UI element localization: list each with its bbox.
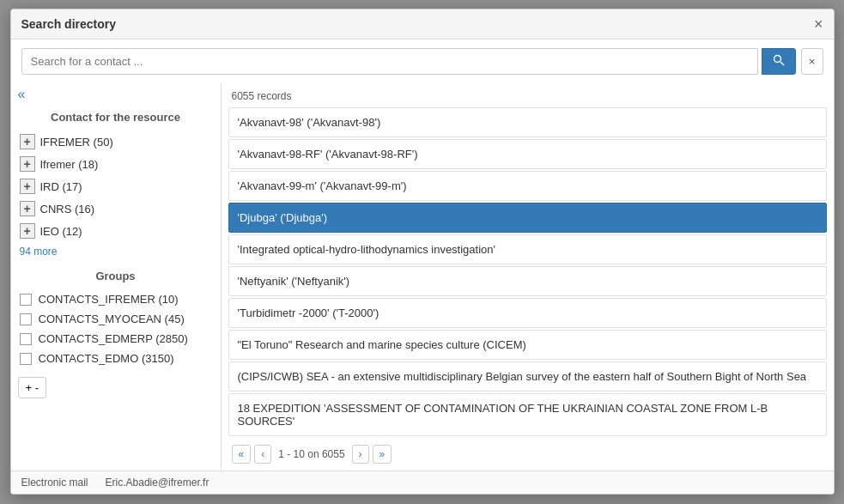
add-remove-button[interactable]: + - [18,377,47,398]
sidebar-toggle[interactable]: « [18,83,214,106]
group-checkbox-myocean[interactable] [20,313,32,325]
result-item-5[interactable]: 'Neftyanik' ('Neftyanik') [228,266,827,296]
expand-icon-cnrs: + [20,201,35,216]
result-item-2[interactable]: 'Akvanavt-99-m' ('Akvanavt-99-m') [228,171,827,201]
svg-point-0 [774,56,780,63]
group-item-edmerp[interactable]: CONTACTS_EDMERP (2850) [18,329,214,349]
pagination-first[interactable]: « [232,445,252,464]
group-item-ifremer[interactable]: CONTACTS_IFREMER (10) [18,289,214,309]
pagination-next[interactable]: › [352,445,369,464]
expand-icon-ifremer: + [20,134,35,149]
modal-overlay: Search directory × × « Contact for the r… [0,0,844,504]
bottom-bar: Electronic mail Eric.Abadie@ifremer.fr [11,471,834,494]
pagination-info: 1 - 10 on 6055 [278,448,344,460]
group-label-myocean: CONTACTS_MYOCEAN (45) [39,313,185,325]
search-icon [773,54,785,66]
group-checkbox-edmo[interactable] [20,353,32,365]
modal-body: « Contact for the resource + IFREMER (50… [11,83,834,471]
bottom-label: Electronic mail [21,477,88,489]
modal-close-button[interactable]: × [814,16,823,32]
sidebar-item-label-cnrs: CNRS (16) [40,203,95,216]
sidebar-more-link[interactable]: 94 more [18,242,214,261]
sidebar-item-label-ifremer2: Ifremer (18) [40,158,99,171]
sidebar-item-label-ifremer: IFREMER (50) [40,136,113,149]
expand-icon-ird: + [20,179,35,194]
result-item-1[interactable]: 'Akvanavt-98-RF' ('Akvanavt-98-RF') [228,139,827,169]
sidebar-item-ifremer2[interactable]: + Ifremer (18) [18,153,214,175]
group-item-myocean[interactable]: CONTACTS_MYOCEAN (45) [18,309,214,329]
result-item-4[interactable]: 'Integrated optical-hydro-lithodynamics … [228,234,827,264]
pagination-last[interactable]: » [373,445,392,464]
sidebar-item-ifremer[interactable]: + IFREMER (50) [18,131,214,153]
pagination: « ‹ 1 - 10 on 6055 › » [228,438,827,471]
records-count: 6055 records [228,83,827,107]
search-bar: × [11,39,834,83]
search-button[interactable] [762,48,796,75]
sidebar-section-title: Contact for the resource [18,111,214,124]
expand-icon-ifremer2: + [20,156,35,172]
sidebar-item-label-ird: IRD (17) [40,180,82,193]
modal-title: Search directory [21,17,117,31]
group-label-ifremer: CONTACTS_IFREMER (10) [39,293,179,306]
sidebar-add-area: + - [18,377,214,398]
svg-line-1 [780,62,784,65]
group-item-edmo[interactable]: CONTACTS_EDMO (3150) [18,349,214,368]
result-item-7[interactable]: "El Toruno" Research and marine species … [228,330,827,360]
modal: Search directory × × « Contact for the r… [10,9,835,495]
group-label-edmerp: CONTACTS_EDMERP (2850) [39,332,188,345]
sidebar-groups-title: Groups [18,270,214,282]
bottom-value: Eric.Abadie@ifremer.fr [106,477,209,489]
result-item-8[interactable]: (CIPS/ICWB) SEA - an extensive multidisc… [228,361,827,392]
group-checkbox-edmerp[interactable] [20,333,32,345]
expand-icon-ieo: + [20,223,35,239]
result-item-0[interactable]: 'Akvanavt-98' ('Akvanavt-98') [228,107,827,137]
result-item-6[interactable]: 'Turbidimetr -2000' ('T-2000') [228,298,827,328]
content-panel: 6055 records 'Akvanavt-98' ('Akvanavt-98… [222,83,834,471]
modal-header: Search directory × [11,9,834,39]
group-label-edmo: CONTACTS_EDMO (3150) [39,352,174,365]
sidebar-item-ird[interactable]: + IRD (17) [18,175,214,197]
clear-search-button[interactable]: × [801,48,823,75]
result-item-3[interactable]: 'Djubga' ('Djubga') [228,203,827,233]
group-checkbox-ifremer[interactable] [20,294,32,306]
results-list: 'Akvanavt-98' ('Akvanavt-98')'Akvanavt-9… [228,107,827,438]
result-item-9[interactable]: 18 EXPEDITION 'ASSESSMENT OF CONTAMINATI… [228,393,827,436]
sidebar-item-ieo[interactable]: + IEO (12) [18,220,214,242]
sidebar: « Contact for the resource + IFREMER (50… [11,83,222,471]
pagination-prev[interactable]: ‹ [254,445,271,464]
sidebar-item-cnrs[interactable]: + CNRS (16) [18,197,214,220]
search-input[interactable] [21,48,758,75]
sidebar-item-label-ieo: IEO (12) [40,225,82,238]
